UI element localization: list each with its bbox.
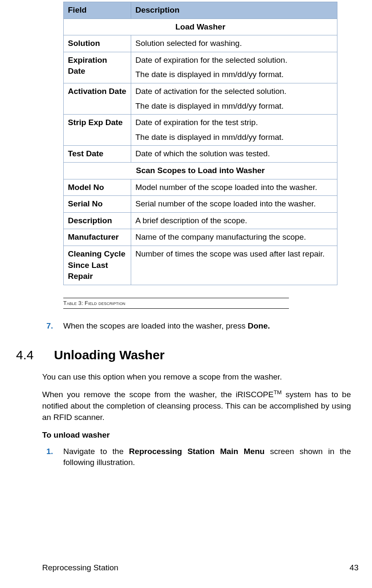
field-name: Model No [64,179,131,196]
table-row: Model No Model number of the scope loade… [64,179,337,196]
field-desc: Model number of the scope loaded into th… [131,179,337,196]
table-section-row: Load Washer [64,19,337,35]
section-title: Unloading Washer [54,346,164,364]
field-name: Expiration Date [64,52,131,83]
table-caption-block: Table 3: Field description [63,298,289,309]
desc-line: The date is displayed in mm/dd/yy format… [135,132,333,143]
step-number: 1. [46,446,63,457]
field-name: Strip Exp Date [64,115,131,146]
table-row: Activation Date Date of activation for t… [64,83,337,114]
field-desc: A brief description of the scope. [131,212,337,229]
field-desc: Name of the company manufacturing the sc… [131,229,337,246]
step-7: 7. When the scopes are loaded into the w… [42,321,351,332]
section-number: 4.4 [16,346,42,364]
field-name: Solution [64,35,131,52]
field-name: Activation Date [64,83,131,114]
header-field: Field [64,2,131,19]
field-desc: Date of expiration for the test strip. T… [131,115,337,146]
step-body: Navigate to the Reprocessing Station Mai… [63,446,351,468]
table-row: Test Date Date of which the solution was… [64,146,337,163]
table-row: Solution Solution selected for washing. [64,35,337,52]
trademark-superscript: TM [274,389,282,396]
header-description: Description [131,2,337,19]
procedure-heading: To unload washer [42,430,351,441]
step-body: When the scopes are loaded into the wash… [63,321,351,332]
section-heading: 4.4 Unloading Washer [16,346,351,364]
table-caption: Table 3: Field description [63,298,289,308]
desc-line: Date of expiration for the test strip. [135,117,333,128]
footer-title: Reprocessing Station [42,562,119,574]
table-row: Cleaning Cycle Since Last Repair Number … [64,246,337,285]
caption-rule-bottom [63,308,289,309]
field-name: Test Date [64,146,131,163]
table-row: Expiration Date Date of expiration for t… [64,52,337,83]
para-pre: When you remove the scope from the washe… [42,390,274,399]
field-name: Manufacturer [64,229,131,246]
field-name: Cleaning Cycle Since Last Repair [64,246,131,285]
table-section-row: Scan Scopes to Load into Washer [64,162,337,179]
field-desc: Solution selected for washing. [131,35,337,52]
table-header-row: Field Description [64,2,337,19]
field-description-table: Field Description Load Washer Solution S… [63,2,337,285]
page-footer: Reprocessing Station 43 [42,562,359,574]
paragraph: When you remove the scope from the washe… [42,389,351,423]
field-name: Description [64,212,131,229]
field-desc: Date of activation for the selected solu… [131,83,337,114]
section-scan-scopes: Scan Scopes to Load into Washer [64,162,337,179]
desc-line: Date of activation for the selected solu… [135,86,333,97]
step-bold: Reprocessing Station Main Menu [129,447,265,456]
table-row: Serial No Serial number of the scope loa… [64,196,337,213]
step-bold: Done. [248,321,270,330]
table-row: Manufacturer Name of the company manufac… [64,229,337,246]
step-text: When the scopes are loaded into the wash… [63,321,248,330]
step-1: 1. Navigate to the Reprocessing Station … [42,446,351,468]
desc-line: The date is displayed in mm/dd/yy format… [135,101,333,112]
desc-line: The date is displayed in mm/dd/yy format… [135,69,333,80]
field-desc: Number of times the scope was used after… [131,246,337,285]
table-row: Strip Exp Date Date of expiration for th… [64,115,337,146]
step-text: Navigate to the [63,447,129,456]
field-desc: Date of expiration for the selected solu… [131,52,337,83]
field-name: Serial No [64,196,131,213]
page-number: 43 [350,562,359,574]
field-desc: Serial number of the scope loaded into t… [131,196,337,213]
section-load-washer: Load Washer [64,19,337,35]
field-desc: Date of which the solution was tested. [131,146,337,163]
desc-line: Date of expiration for the selected solu… [135,55,333,66]
step-number: 7. [46,321,63,332]
table-row: Description A brief description of the s… [64,212,337,229]
paragraph: You can use this option when you remove … [42,372,351,383]
